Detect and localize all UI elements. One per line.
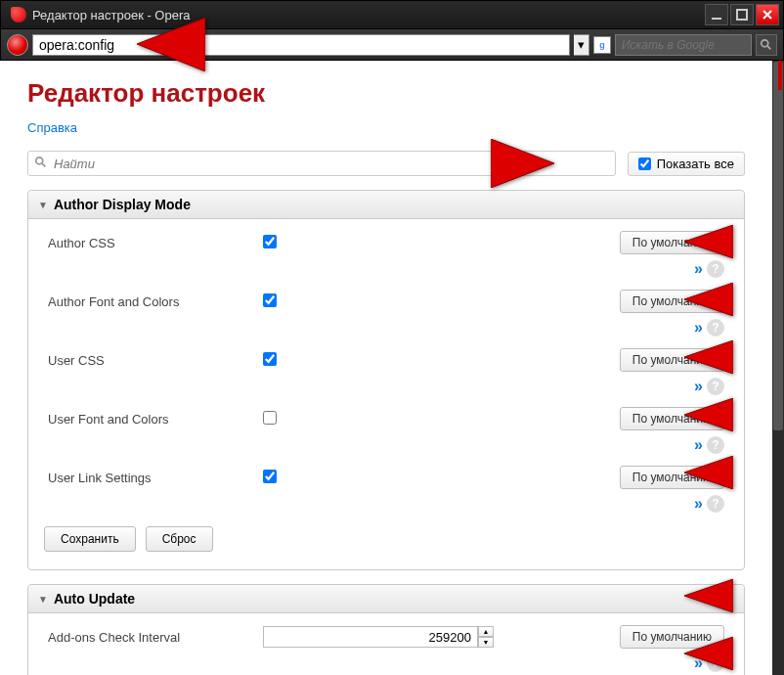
default-button[interactable]: По умолчанию [620, 231, 724, 254]
decoration [778, 61, 782, 90]
browser-search-input[interactable] [615, 34, 752, 56]
stepper-up[interactable]: ▲ [478, 626, 494, 637]
url-dropdown-button[interactable]: ▾ [574, 34, 589, 56]
help-link[interactable]: Справка [27, 120, 77, 135]
setting-row: Author CSSПо умолчанию [28, 225, 744, 260]
setting-label: User Font and Colors [48, 412, 263, 427]
setting-number-input[interactable] [263, 626, 478, 648]
show-all-checkbox[interactable] [638, 158, 651, 170]
svg-point-4 [36, 158, 43, 164]
section-title: Auto Update [54, 591, 135, 607]
svg-line-3 [767, 45, 771, 49]
address-toolbar: ▾ g [0, 29, 784, 61]
svg-rect-1 [737, 10, 747, 20]
expand-chevron-icon[interactable]: » [694, 495, 701, 513]
help-icon[interactable]: ? [707, 436, 724, 454]
config-section: ▼Author Display ModeAuthor CSSПо умолчан… [27, 190, 745, 570]
default-button[interactable]: По умолчанию [620, 348, 724, 372]
window-title: Редактор настроек - Opera [32, 8, 705, 22]
search-icon [34, 156, 48, 172]
save-button[interactable]: Сохранить [44, 526, 136, 552]
setting-checkbox[interactable] [263, 235, 277, 248]
collapse-icon: ▼ [38, 200, 48, 210]
window-titlebar: Редактор настроек - Opera [0, 0, 784, 29]
reset-button[interactable]: Сброс [146, 526, 213, 552]
vertical-scrollbar[interactable] [772, 61, 784, 675]
default-button[interactable]: По умолчанию [620, 407, 724, 430]
url-input[interactable] [32, 34, 570, 56]
opera-menu-button[interactable] [7, 34, 28, 56]
setting-row: Author Font and ColorsПо умолчанию [28, 284, 744, 319]
setting-checkbox[interactable] [263, 293, 277, 307]
svg-line-5 [42, 163, 46, 167]
setting-label: User Link Settings [48, 471, 263, 485]
setting-label: User CSS [48, 353, 263, 368]
setting-row: User Link SettingsПо умолчанию [28, 460, 744, 495]
help-icon[interactable]: ? [707, 260, 724, 278]
svg-point-2 [762, 39, 768, 46]
expand-chevron-icon[interactable]: » [694, 654, 701, 672]
help-icon[interactable]: ? [707, 319, 724, 337]
help-icon[interactable]: ? [707, 654, 724, 672]
collapse-icon: ▼ [38, 594, 48, 605]
maximize-button[interactable] [730, 4, 754, 25]
help-icon[interactable]: ? [707, 495, 724, 513]
stepper-down[interactable]: ▼ [478, 637, 494, 648]
section-header[interactable]: ▼Auto Update [28, 585, 744, 613]
expand-chevron-icon[interactable]: » [694, 436, 701, 454]
expand-chevron-icon[interactable]: » [694, 260, 701, 278]
expand-chevron-icon[interactable]: » [694, 319, 701, 337]
config-search-input[interactable] [27, 151, 616, 176]
svg-rect-0 [712, 18, 721, 20]
setting-row: User CSSПо умолчанию [28, 342, 744, 378]
section-header[interactable]: ▼Author Display Mode [28, 191, 744, 219]
setting-checkbox[interactable] [263, 411, 277, 425]
default-button[interactable]: По умолчанию [620, 466, 724, 489]
default-button[interactable]: По умолчанию [620, 290, 724, 313]
setting-label: Add-ons Check Interval [48, 630, 263, 645]
setting-checkbox[interactable] [263, 470, 277, 483]
show-all-toggle[interactable]: Показать все [628, 152, 745, 176]
help-icon[interactable]: ? [707, 378, 724, 395]
default-button[interactable]: По умолчанию [620, 625, 724, 649]
setting-checkbox[interactable] [263, 352, 277, 366]
expand-chevron-icon[interactable]: » [694, 378, 701, 395]
search-engine-icon[interactable]: g [593, 36, 611, 54]
section-title: Author Display Mode [54, 197, 191, 212]
show-all-label: Показать все [657, 157, 734, 171]
setting-label: Author Font and Colors [48, 294, 263, 309]
close-button[interactable] [756, 4, 779, 25]
page-title: Редактор настроек [27, 78, 745, 109]
config-section: ▼Auto UpdateAdd-ons Check Interval▲▼По у… [27, 584, 745, 675]
minimize-button[interactable] [705, 4, 728, 25]
opera-icon [11, 7, 26, 22]
setting-row: Add-ons Check Interval▲▼По умолчанию [28, 619, 744, 654]
setting-label: Author CSS [48, 236, 263, 250]
browser-search-button[interactable] [756, 34, 777, 56]
setting-row: User Font and ColorsПо умолчанию [28, 401, 744, 436]
